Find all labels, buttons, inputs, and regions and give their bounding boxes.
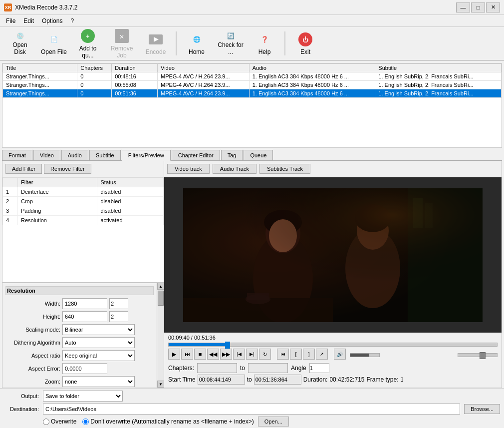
encode-button[interactable]: Encode (140, 29, 172, 58)
scaling-select[interactable]: Bilinear (62, 324, 135, 335)
exit-button[interactable]: ⏻ Exit (289, 29, 321, 58)
no-overwrite-radio[interactable] (82, 419, 89, 425)
table-cell: Stranger.Things... (3, 81, 77, 89)
add-queue-icon: + (80, 28, 96, 44)
check-updates-button[interactable]: 🔄 Check for ... (215, 29, 247, 58)
help-label: Help (258, 48, 271, 55)
go-start-button[interactable]: ⏮ (277, 349, 289, 360)
open-file-button[interactable]: 📄 Open File (38, 29, 70, 58)
list-item[interactable]: 2Cropdisabled (3, 197, 164, 206)
file-table-area: Title Chapters Duration Video Audio Subt… (2, 63, 502, 148)
zoom-select[interactable]: none (62, 376, 135, 387)
skip-end-button[interactable]: ⏭ (181, 349, 193, 360)
seek-thumb[interactable] (225, 342, 230, 349)
table-cell: MPEG-4 AVC / H.264 23.9... (158, 72, 250, 81)
mark-in-button[interactable]: [ (290, 349, 302, 360)
overwrite-radio[interactable] (43, 419, 49, 425)
check-updates-label: Check for ... (217, 41, 244, 55)
tab-queue[interactable]: Queue (244, 150, 273, 160)
menu-options[interactable]: Options (38, 16, 66, 25)
chapter-to-input[interactable] (248, 363, 288, 373)
width-spinner[interactable] (109, 298, 128, 309)
add-queue-button[interactable]: + Add to qu... (72, 29, 104, 58)
list-item[interactable]: 4Resolutionactivated (3, 216, 164, 225)
aspect-select[interactable]: Keep original (62, 350, 135, 361)
zoom-row: Zoom: none (5, 376, 154, 387)
browse-button[interactable]: Browse... (464, 404, 500, 414)
menu-edit[interactable]: Edit (19, 16, 38, 25)
add-filter-button[interactable]: Add Filter (5, 164, 42, 174)
filter-toolbar: Add Filter Remove Filter (2, 161, 164, 177)
overwrite-label[interactable]: Overwrite (43, 418, 76, 425)
remove-filter-button[interactable]: Remove Filter (44, 164, 91, 174)
minimize-button[interactable]: — (456, 2, 470, 12)
height-label: Height: (5, 314, 60, 320)
scroll-thumb[interactable] (158, 291, 164, 306)
rewind-button[interactable]: ◀◀ (207, 349, 219, 360)
fast-forward-button[interactable]: ▶▶ (220, 349, 232, 360)
volume-button[interactable]: 🔊 (334, 349, 346, 360)
loop-button[interactable]: ↻ (259, 349, 271, 360)
frame-back-button[interactable]: |◀ (233, 349, 245, 360)
chapters-to-label: to (240, 365, 245, 372)
audio-track-button[interactable]: Audio Track (213, 164, 256, 174)
filter-table: Filter Status 1Deinterlacedisabled2Cropd… (2, 177, 164, 225)
maximize-button[interactable]: □ (471, 2, 485, 12)
scroll-up-arrow[interactable]: ▲ (157, 283, 164, 290)
destination-input[interactable] (43, 404, 460, 415)
seek-fill (169, 343, 228, 346)
home-button[interactable]: 🌐 Home (181, 29, 213, 58)
seek-bar[interactable] (168, 343, 498, 347)
no-overwrite-label[interactable]: Don't overwrite (Automatically rename as… (82, 418, 253, 425)
list-item[interactable]: 1Deinterlacedisabled (3, 187, 164, 197)
list-item[interactable]: 3Paddingdisabled (3, 206, 164, 216)
chapter-from-input[interactable] (197, 363, 237, 373)
tab-audio[interactable]: Audio (61, 150, 88, 160)
resolution-scrollbar[interactable]: ▲ ▼ (157, 283, 164, 388)
volume-bar[interactable] (350, 353, 380, 357)
stop-button[interactable]: ■ (194, 349, 206, 360)
tab-video[interactable]: Video (33, 150, 60, 160)
end-time-input[interactable] (254, 375, 301, 385)
open-disk-button[interactable]: 💿 Open Disk (4, 29, 36, 58)
table-cell: 1. English SubRip, 2. Francais SubRi... (375, 89, 502, 98)
extra-slider-thumb[interactable] (480, 352, 486, 359)
app-title: XMedia Recode 3.3.7.2 (15, 4, 456, 11)
aspect-error-input[interactable] (62, 363, 107, 374)
menu-file[interactable]: File (2, 16, 19, 25)
playback-area: 00:09:40 / 00:51:36 ▶ ⏭ ■ ◀◀ ▶▶ |◀ ▶| ↻ … (164, 333, 502, 388)
table-row[interactable]: Stranger.Things...000:51:36MPEG-4 AVC / … (3, 89, 502, 98)
subtitles-track-button[interactable]: Subtitles Track (259, 164, 310, 174)
output-select[interactable]: Save to folder Save to source folder Sav… (43, 391, 123, 402)
tab-tag[interactable]: Tag (221, 150, 243, 160)
height-spinner[interactable] (109, 311, 128, 322)
dithering-select[interactable]: Auto (62, 337, 135, 348)
toolbar: 💿 Open Disk 📄 Open File + Add to qu... ✕… (0, 27, 504, 61)
home-label: Home (189, 48, 205, 55)
file-table: Title Chapters Duration Video Audio Subt… (2, 63, 502, 98)
open-button[interactable]: Open... (258, 417, 289, 427)
video-track-button[interactable]: Video track (167, 164, 210, 174)
table-row[interactable]: Stranger.Things...000:55:08MPEG-4 AVC / … (3, 81, 502, 89)
table-row[interactable]: Stranger.Things...000:48:16MPEG-4 AVC / … (3, 72, 502, 81)
resolution-title: Resolution (5, 286, 154, 295)
height-input[interactable] (62, 311, 107, 322)
tab-chapter-editor[interactable]: Chapter Editor (172, 150, 220, 160)
extra-slider[interactable] (458, 353, 498, 357)
width-input[interactable] (62, 298, 107, 309)
go-mark-button[interactable]: ↗ (316, 349, 328, 360)
close-button[interactable]: ✕ (486, 2, 500, 12)
mark-out-button[interactable]: ] (303, 349, 315, 360)
scroll-down-arrow[interactable]: ▼ (157, 381, 164, 388)
help-button[interactable]: ❓ Help (249, 29, 280, 58)
tab-filters-preview[interactable]: Filters/Preview (122, 150, 171, 161)
tab-subtitle[interactable]: Subtitle (89, 150, 121, 160)
play-button[interactable]: ▶ (168, 349, 180, 360)
table-cell: MPEG-4 AVC / H.264 23.9... (158, 81, 250, 89)
start-time-input[interactable] (198, 375, 245, 385)
remove-job-button[interactable]: ✕ Remove Job (106, 29, 138, 58)
tab-format[interactable]: Format (2, 150, 32, 160)
angle-input[interactable] (309, 363, 329, 373)
frame-fwd-button[interactable]: ▶| (246, 349, 258, 360)
menu-help[interactable]: ? (66, 16, 78, 25)
